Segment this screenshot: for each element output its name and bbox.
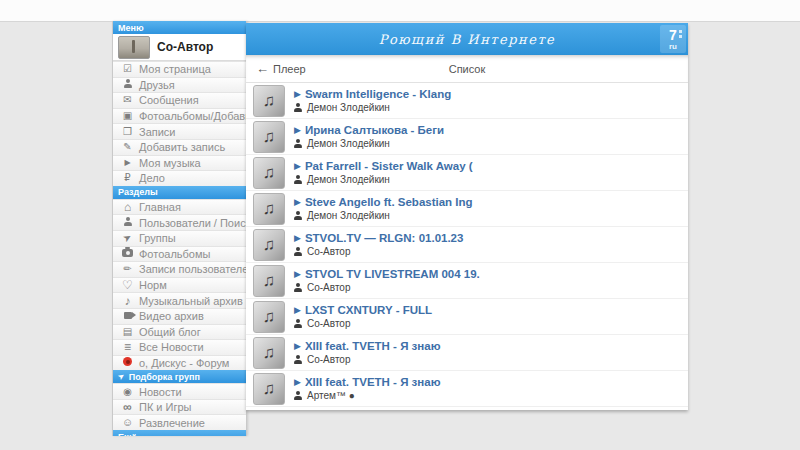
track-row[interactable]: ♫ ▶Pat Farrell - Sister Walk Away ( Демо… — [246, 155, 688, 191]
track-author-link[interactable]: Со-Автор — [294, 246, 463, 257]
track-title[interactable]: XIII feat. TVETH - Я знаю — [305, 376, 441, 388]
sidebar-item-groups[interactable]: ➤ Группы — [113, 230, 246, 246]
track-author-link[interactable]: Демон Злодейкин — [294, 174, 473, 185]
play-icon[interactable]: ▶ — [294, 233, 301, 243]
track-title-link[interactable]: ▶LXST CXNTURY - FULL — [294, 304, 432, 316]
chain-icon: ∞ — [121, 401, 134, 413]
play-icon[interactable]: ▶ — [294, 269, 301, 279]
site-logo[interactable]: 7 ru — [660, 25, 686, 53]
track-title[interactable]: Pat Farrell - Sister Walk Away ( — [305, 160, 473, 172]
track-author: Демон Злодейкин — [307, 210, 390, 221]
track-title-link[interactable]: ▶Pat Farrell - Sister Walk Away ( — [294, 160, 473, 172]
play-icon[interactable]: ▶ — [294, 125, 301, 135]
sidebar-item-messages[interactable]: ✉ Сообщения — [113, 92, 246, 108]
sidebar-item-label: Развлечение — [139, 417, 205, 429]
play-icon[interactable]: ▶ — [294, 161, 301, 171]
sidebar-item-photo-albums-add[interactable]: ▣ Фотоальбомы/Добавит — [113, 108, 246, 124]
track-title-link[interactable]: ▶Ирина Салтыкова - Беги — [294, 124, 444, 136]
track-title[interactable]: STVOL TV LIVESTREAM 004 19. — [305, 268, 480, 280]
play-icon: ▶ — [121, 159, 134, 167]
track-title-link[interactable]: ▶Steve Angello ft. Sebastian Ing — [294, 196, 473, 208]
sidebar-item-label: Норм — [139, 279, 167, 291]
sidebar-item-user-posts[interactable]: ✏ Записи пользователей — [113, 261, 246, 277]
sidebar-item-discus-forum[interactable]: о, Дискус - Форум — [113, 355, 246, 371]
play-icon[interactable]: ▶ — [294, 305, 301, 315]
track-title-link[interactable]: ▶Swarm Intelligence - Klang — [294, 88, 451, 100]
person-icon — [294, 103, 302, 112]
play-icon[interactable]: ▶ — [294, 377, 301, 387]
sidebar-header-more[interactable]: Ещё — [113, 430, 246, 436]
sidebar-item-video-archive[interactable]: Видео архив — [113, 308, 246, 324]
album-art-placeholder: ♫ — [253, 157, 285, 189]
track-author-link[interactable]: Со-Автор — [294, 318, 432, 329]
track-title-link[interactable]: ▶STVOL TV LIVESTREAM 004 19. — [294, 268, 480, 280]
track-row[interactable]: ♫ ▶LXST CXNTURY - FULL Со-Автор — [246, 299, 688, 335]
track-author-link[interactable]: Артем™ ● — [294, 390, 440, 401]
track-author-link[interactable]: Демон Злодейкин — [294, 210, 473, 221]
music-note-icon: ♫ — [263, 235, 276, 255]
sidebar-item-music-archive[interactable]: ♪ Музыкальный архив — [113, 292, 246, 308]
sidebar-item-users-search[interactable]: Пользователи / Поиск — [113, 214, 246, 230]
avatar[interactable] — [118, 36, 150, 59]
track-row[interactable]: ♫ ▶Swarm Intelligence - Klang Демон Злод… — [246, 83, 688, 119]
sidebar-item-my-music[interactable]: ▶ Моя музыка — [113, 155, 246, 171]
sidebar-item-add-post[interactable]: ✎ Добавить запись — [113, 139, 246, 155]
envelope-icon: ✉ — [121, 95, 134, 105]
album-art-placeholder: ♫ — [253, 301, 285, 333]
sidebar-header-menu[interactable]: Меню — [113, 21, 246, 34]
track-title[interactable]: XIII feat. TVETH - Я знаю — [305, 340, 441, 352]
track-title[interactable]: Ирина Салтыкова - Беги — [305, 124, 444, 136]
track-title[interactable]: Steve Angello ft. Sebastian Ing — [305, 196, 473, 208]
sidebar-item-posts[interactable]: ❐ Записи — [113, 123, 246, 139]
track-title[interactable]: LXST CXNTURY - FULL — [305, 304, 432, 316]
sidebar-item-my-page[interactable]: ☑ Моя страница — [113, 61, 246, 77]
track-author-link[interactable]: Демон Злодейкин — [294, 102, 451, 113]
list-icon: ≡ — [121, 341, 134, 353]
sidebar-item-label: Записи — [139, 126, 176, 138]
track-author-link[interactable]: Демон Злодейкин — [294, 138, 444, 149]
track-author-link[interactable]: Со-Автор — [294, 354, 440, 365]
track-title-link[interactable]: ▶XIII feat. TVETH - Я знаю — [294, 376, 440, 388]
list-tab-label[interactable]: Список — [246, 63, 688, 75]
track-row[interactable]: ♫ ▶XIII feat. TVETH - Я знаю Артем™ ● — [246, 371, 688, 407]
track-row[interactable]: ♫ ▶Ирина Салтыкова - Беги Демон Злодейки… — [246, 119, 688, 155]
sidebar-header-group-picks[interactable]: ➤ Подборка групп — [113, 370, 246, 383]
logo-7: 7 — [669, 28, 677, 42]
picture-icon: ▣ — [121, 111, 134, 121]
play-icon[interactable]: ▶ — [294, 341, 301, 351]
sidebar-item-pc-games[interactable]: ∞ ПК и Игры — [113, 399, 246, 415]
track-author: Артем™ ● — [307, 390, 355, 401]
play-icon[interactable]: ▶ — [294, 197, 301, 207]
track-row[interactable]: ♫ ▶STVOL TV LIVESTREAM 004 19. Со-Автор — [246, 263, 688, 299]
logo-ru: ru — [669, 43, 677, 51]
sidebar-item-norm[interactable]: ♡ Норм — [113, 277, 246, 293]
profile-row[interactable]: Со-Автор — [113, 34, 246, 61]
more-header-label: Ещё — [118, 432, 137, 436]
sidebar-item-friends[interactable]: Друзья — [113, 77, 246, 93]
track-row[interactable]: ♫ ▶Steve Angello ft. Sebastian Ing Демон… — [246, 191, 688, 227]
track-row[interactable]: ♫ ▶XIII feat. TVETH - Я знаю Со-Автор — [246, 335, 688, 371]
music-note-icon: ♫ — [263, 307, 276, 327]
person-icon — [294, 319, 302, 328]
sidebar-item-all-news[interactable]: ≡ Все Новости — [113, 339, 246, 355]
sidebar-item-delo[interactable]: ₽ Дело — [113, 170, 246, 186]
sidebar-item-home[interactable]: ⌂ Главная — [113, 199, 246, 215]
track-row[interactable]: ♫ ▶STVOL.TV — RLGN: 01.01.23 Со-Автор — [246, 227, 688, 263]
music-note-icon: ♫ — [263, 199, 276, 219]
track-title-link[interactable]: ▶XIII feat. TVETH - Я знаю — [294, 340, 440, 352]
sidebar-item-photo-albums[interactable]: Фотоальбомы — [113, 246, 246, 262]
pencil-icon: ✏ — [121, 264, 134, 274]
sidebar-item-label: Дело — [139, 172, 165, 184]
profile-name[interactable]: Со-Автор — [157, 40, 213, 54]
track-title-link[interactable]: ▶STVOL.TV — RLGN: 01.01.23 — [294, 232, 463, 244]
sidebar-header-sections[interactable]: Разделы — [113, 186, 246, 199]
sidebar-item-entertainment[interactable]: ☺ Развлечение — [113, 414, 246, 430]
track-title[interactable]: Swarm Intelligence - Klang — [305, 88, 451, 100]
sidebar-item-news[interactable]: ◉ Новости — [113, 383, 246, 399]
play-icon[interactable]: ▶ — [294, 89, 301, 99]
track-author-link[interactable]: Со-Автор — [294, 282, 480, 293]
sidebar-item-label: Новости — [139, 386, 182, 398]
sidebar-item-label: Видео архив — [139, 310, 204, 322]
track-title[interactable]: STVOL.TV — RLGN: 01.01.23 — [305, 232, 463, 244]
sidebar-item-common-blog[interactable]: ▤ Общий блог — [113, 324, 246, 340]
